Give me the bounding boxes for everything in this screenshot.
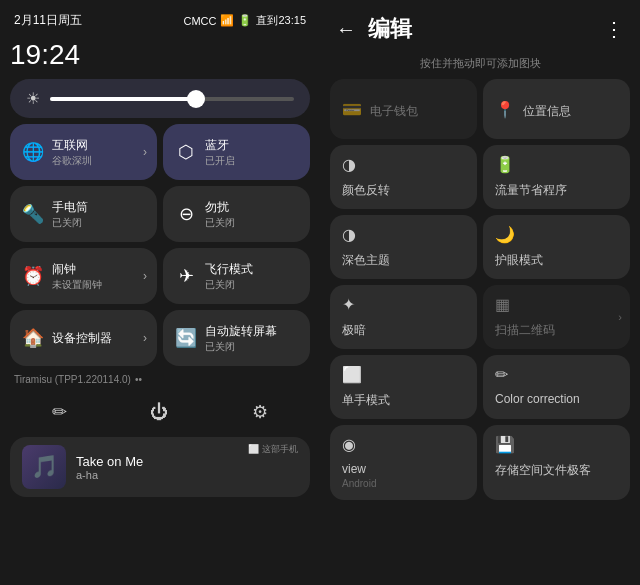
tile-alarm[interactable]: ⏰ 闹钟 未设置闹钟 › bbox=[10, 248, 157, 304]
tile-internet-arrow: › bbox=[143, 145, 147, 159]
back-button[interactable]: ← bbox=[336, 18, 356, 41]
brightness-thumb bbox=[187, 90, 205, 108]
menu-button[interactable]: ⋮ bbox=[604, 17, 624, 41]
music-thumbnail: 🎵 bbox=[22, 445, 66, 489]
tile-row-3: ⏰ 闹钟 未设置闹钟 › ✈ 飞行模式 已关闭 bbox=[10, 248, 310, 304]
date-text: 2月11日周五 bbox=[14, 12, 82, 29]
carrier-text: CMCC bbox=[183, 15, 216, 27]
settings-button[interactable]: ⚙ bbox=[252, 401, 268, 423]
tile-view[interactable]: ◉ view Android bbox=[330, 425, 477, 500]
wifi-icon: 🌐 bbox=[22, 141, 44, 163]
tile-color-invert[interactable]: ◑ 颜色反转 bbox=[330, 145, 477, 209]
tile-dnd-text: 勿扰 已关闭 bbox=[205, 199, 235, 230]
qr-arrow: › bbox=[618, 311, 622, 323]
tile-eye-care[interactable]: 🌙 护眼模式 bbox=[483, 215, 630, 279]
eye-care-icon: 🌙 bbox=[495, 225, 618, 244]
grid-row-3: ✦ 极暗 ▦ 扫描二维码 › bbox=[330, 285, 630, 349]
airplane-icon: ✈ bbox=[175, 265, 197, 287]
left-panel: 2月11日周五 CMCC 📶 🔋 直到23:15 19:24 ☀ 🌐 互联网 谷… bbox=[0, 0, 320, 585]
tile-storage[interactable]: 💾 存储空间文件极客 bbox=[483, 425, 630, 500]
right-header: ← 编辑 ⋮ bbox=[320, 0, 640, 52]
dnd-icon: ⊖ bbox=[175, 203, 197, 225]
tile-wallet[interactable]: 💳 电子钱包 bbox=[330, 79, 477, 139]
wallet-icon: 💳 bbox=[342, 100, 362, 119]
right-panel: ← 编辑 ⋮ 按住并拖动即可添加图块 💳 电子钱包 📍 位置信息 ◑ 颜色反转 … bbox=[320, 0, 640, 585]
extra-dark-icon: ✦ bbox=[342, 295, 465, 314]
brightness-bar[interactable] bbox=[50, 97, 294, 101]
status-right: CMCC 📶 🔋 直到23:15 bbox=[183, 13, 306, 28]
music-artist: a-ha bbox=[76, 469, 298, 481]
tile-row-1: 🌐 互联网 谷歌深圳 › ⬡ 蓝牙 已开启 bbox=[10, 124, 310, 180]
grid-row-4: ⬜ 单手模式 ✏ Color correction bbox=[330, 355, 630, 419]
tile-flashlight-text: 手电筒 已关闭 bbox=[52, 199, 88, 230]
tile-data-saver[interactable]: 🔋 流量节省程序 bbox=[483, 145, 630, 209]
tile-location[interactable]: 📍 位置信息 bbox=[483, 79, 630, 139]
tile-alarm-text: 闹钟 未设置闹钟 bbox=[52, 261, 102, 292]
music-card[interactable]: 🎵 ⬜ 这部手机 Take on Me a-ha bbox=[10, 437, 310, 497]
alarm-icon: ⏰ bbox=[22, 265, 44, 287]
tile-device-control[interactable]: 🏠 设备控制器 › bbox=[10, 310, 157, 366]
tile-qr[interactable]: ▦ 扫描二维码 › bbox=[483, 285, 630, 349]
tile-flashlight[interactable]: 🔦 手电筒 已关闭 bbox=[10, 186, 157, 242]
tile-row-4: 🏠 设备控制器 › 🔄 自动旋转屏幕 已关闭 bbox=[10, 310, 310, 366]
version-text: Tiramisu (TPP1.220114.0) bbox=[14, 374, 131, 385]
tile-airplane-text: 飞行模式 已关闭 bbox=[205, 261, 253, 292]
page-title: 编辑 bbox=[368, 14, 412, 44]
tile-bluetooth-text: 蓝牙 已开启 bbox=[205, 137, 235, 168]
battery-icon: 🔋 bbox=[238, 14, 252, 27]
flashlight-icon: 🔦 bbox=[22, 203, 44, 225]
color-correction-icon: ✏ bbox=[495, 365, 618, 384]
edit-button[interactable]: ✏ bbox=[52, 401, 67, 423]
brightness-fill bbox=[50, 97, 196, 101]
color-invert-icon: ◑ bbox=[342, 155, 465, 174]
brightness-icon: ☀ bbox=[26, 89, 40, 108]
one-hand-icon: ⬜ bbox=[342, 365, 465, 384]
tile-device-arrow: › bbox=[143, 331, 147, 345]
right-header-left: ← 编辑 bbox=[336, 14, 412, 44]
tile-rotate-text: 自动旋转屏幕 已关闭 bbox=[205, 323, 277, 354]
until-text: 直到23:15 bbox=[256, 13, 306, 28]
music-card-wrapper: 🎵 ⬜ 这部手机 Take on Me a-ha bbox=[10, 435, 310, 497]
grid-row-1: ◑ 颜色反转 🔋 流量节省程序 bbox=[330, 145, 630, 209]
tile-rotate[interactable]: 🔄 自动旋转屏幕 已关闭 bbox=[163, 310, 310, 366]
tile-one-hand[interactable]: ⬜ 单手模式 bbox=[330, 355, 477, 419]
storage-icon: 💾 bbox=[495, 435, 618, 454]
version-bar: Tiramisu (TPP1.220114.0) •• bbox=[10, 372, 310, 387]
tile-dark-theme[interactable]: ◑ 深色主题 bbox=[330, 215, 477, 279]
dots-text: •• bbox=[135, 374, 142, 385]
location-icon: 📍 bbox=[495, 100, 515, 119]
brightness-slider[interactable]: ☀ bbox=[10, 79, 310, 118]
tile-internet-text: 互联网 谷歌深圳 bbox=[52, 137, 92, 168]
tile-airplane[interactable]: ✈ 飞行模式 已关闭 bbox=[163, 248, 310, 304]
tile-bluetooth[interactable]: ⬡ 蓝牙 已开启 bbox=[163, 124, 310, 180]
data-saver-icon: 🔋 bbox=[495, 155, 618, 174]
tile-extra-dark[interactable]: ✦ 极暗 bbox=[330, 285, 477, 349]
tile-device-text: 设备控制器 bbox=[52, 330, 112, 347]
grid-row-5: ◉ view Android 💾 存储空间文件极客 bbox=[330, 425, 630, 500]
music-device-text: ⬜ 这部手机 bbox=[248, 443, 298, 456]
tile-row-2: 🔦 手电筒 已关闭 ⊖ 勿扰 已关闭 bbox=[10, 186, 310, 242]
bottom-bar: ✏ ⏻ ⚙ bbox=[10, 395, 310, 429]
tile-internet[interactable]: 🌐 互联网 谷歌深圳 › bbox=[10, 124, 157, 180]
grid-container: 💳 电子钱包 📍 位置信息 ◑ 颜色反转 🔋 流量节省程序 ◑ 深色主题 bbox=[320, 79, 640, 585]
signal-icon: 📶 bbox=[220, 14, 234, 27]
device-icon: 🏠 bbox=[22, 327, 44, 349]
view-icon: ◉ bbox=[342, 435, 465, 454]
grid-row-0: 💳 电子钱包 📍 位置信息 bbox=[330, 79, 630, 139]
grid-row-2: ◑ 深色主题 🌙 护眼模式 bbox=[330, 215, 630, 279]
music-info: ⬜ 这部手机 Take on Me a-ha bbox=[76, 454, 298, 481]
hint-text: 按住并拖动即可添加图块 bbox=[320, 52, 640, 79]
tile-dnd[interactable]: ⊖ 勿扰 已关闭 bbox=[163, 186, 310, 242]
dark-theme-icon: ◑ bbox=[342, 225, 465, 244]
rotate-icon: 🔄 bbox=[175, 327, 197, 349]
tile-alarm-arrow: › bbox=[143, 269, 147, 283]
status-bar: 2月11日周五 CMCC 📶 🔋 直到23:15 bbox=[10, 12, 310, 33]
power-button[interactable]: ⏻ bbox=[150, 402, 168, 423]
time-text: 19:24 bbox=[10, 39, 80, 71]
tile-color-correction[interactable]: ✏ Color correction bbox=[483, 355, 630, 419]
qr-icon: ▦ bbox=[495, 295, 618, 314]
bluetooth-icon: ⬡ bbox=[175, 141, 197, 163]
